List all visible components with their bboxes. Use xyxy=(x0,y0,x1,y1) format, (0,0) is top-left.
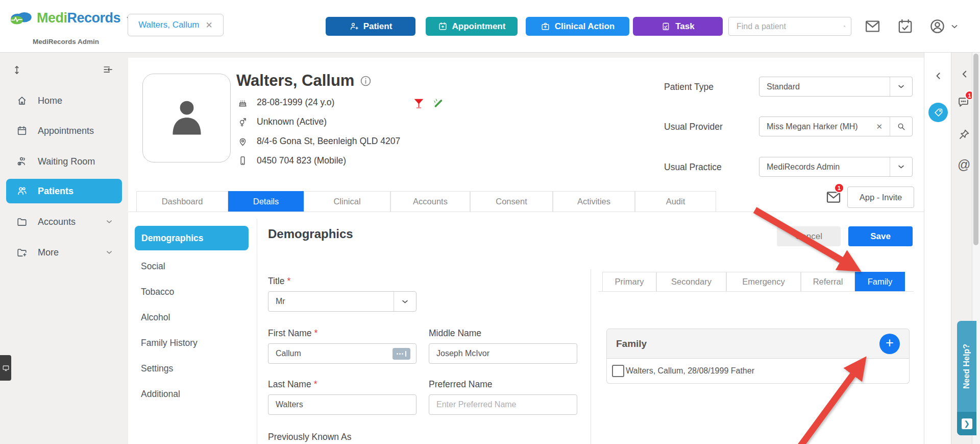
cancel-button[interactable]: Cancel xyxy=(777,226,841,246)
preferred-name-input[interactable] xyxy=(429,394,577,415)
clear-provider-icon[interactable]: ✕ xyxy=(869,122,890,131)
save-button[interactable]: Save xyxy=(848,226,913,246)
new-appointment-button[interactable]: Appointment xyxy=(426,17,518,36)
close-patient-tab-icon[interactable]: ✕ xyxy=(206,20,213,31)
subnav-social[interactable]: Social xyxy=(141,256,165,276)
chevron-down-icon xyxy=(105,248,114,257)
subnav-family-history[interactable]: Family History xyxy=(141,333,198,353)
tab-activities[interactable]: Activities xyxy=(553,191,635,212)
mail-badge: 1 xyxy=(834,183,844,193)
monitor-icon xyxy=(2,364,10,372)
tab-accounts[interactable]: Accounts xyxy=(390,191,470,212)
sidebar-item-accounts[interactable]: Accounts xyxy=(0,209,128,234)
need-help-button[interactable]: Need Help? ❯ xyxy=(957,321,976,435)
sidebar-item-waiting-room[interactable]: Waiting Room xyxy=(0,149,128,174)
account-chevron-down-icon[interactable] xyxy=(949,21,960,32)
preferred-name-label: Preferred Name xyxy=(429,379,493,390)
usual-provider-field[interactable]: Miss Megan Harker (MH) ✕ xyxy=(759,116,913,136)
chevron-down-icon xyxy=(896,82,906,91)
patient-name: Walters, Callum xyxy=(236,72,372,90)
tags-button[interactable] xyxy=(928,103,948,122)
subnav-tobacco[interactable]: Tobacco xyxy=(141,282,174,302)
subnav-demographics[interactable]: Demographics xyxy=(135,226,249,250)
cigarette-icon xyxy=(431,97,444,110)
family-member-checkbox[interactable] xyxy=(612,365,624,377)
brand-name: MediRecords xyxy=(37,10,120,26)
contact-tab-referral[interactable]: Referral xyxy=(801,272,855,292)
contact-tab-primary[interactable]: Primary xyxy=(602,272,656,292)
mentions-button[interactable]: @ xyxy=(958,157,970,172)
birthday-cake-icon xyxy=(237,97,248,108)
chevron-left-icon xyxy=(933,71,944,81)
left-sidebar: Home Appointments Waiting Room Patients … xyxy=(0,52,128,444)
patient-avatar[interactable] xyxy=(142,74,231,162)
person-silhouette-icon xyxy=(163,95,210,142)
chevron-down-icon xyxy=(400,297,410,307)
open-patient-tab[interactable]: Walters, Callum ✕ xyxy=(128,14,224,36)
cloud-logo-icon xyxy=(9,11,33,26)
subnav-additional[interactable]: Additional xyxy=(141,384,180,404)
screen-share-tab[interactable] xyxy=(0,355,11,381)
panel-expand-button[interactable] xyxy=(933,71,944,81)
last-name-input[interactable] xyxy=(268,394,416,415)
required-asterisk: * xyxy=(314,328,318,338)
pinned-items-button[interactable] xyxy=(958,128,970,141)
patient-phone-row: 0450 704 823 (Mobile) xyxy=(237,155,346,166)
sidebar-item-home[interactable]: Home xyxy=(0,88,128,113)
new-task-button[interactable]: Task xyxy=(633,17,723,36)
tab-dashboard[interactable]: Dashboard xyxy=(136,191,228,212)
new-patient-button[interactable]: Patient xyxy=(326,17,415,36)
rail-collapse-button[interactable] xyxy=(959,68,970,80)
search-icon xyxy=(896,122,906,131)
usual-practice-select[interactable]: MediRecords Admin xyxy=(759,157,913,177)
at-sign-icon: @ xyxy=(958,157,970,172)
tag-icon xyxy=(933,107,944,118)
person-plus-icon xyxy=(349,21,359,31)
top-header: MediRecords MediRecords Admin Walters, C… xyxy=(0,0,980,53)
brand-logo[interactable]: MediRecords xyxy=(9,10,135,26)
practice-name: MediRecords Admin xyxy=(33,38,99,45)
provider-search-button[interactable] xyxy=(890,117,912,136)
account-menu-button[interactable] xyxy=(929,18,946,35)
tab-details[interactable]: Details xyxy=(228,191,304,212)
calendar-button[interactable] xyxy=(897,18,914,35)
help-expand-footer[interactable]: ❯ xyxy=(957,412,976,435)
patient-address-row: 8/4-6 Gona St, Beenleigh QLD 4207 xyxy=(237,136,400,147)
patient-type-label: Patient Type xyxy=(664,82,714,92)
alcohol-indicator[interactable] xyxy=(412,97,425,110)
smoking-indicator[interactable] xyxy=(431,97,444,110)
patient-dob-row: 28-08-1999 (24 y.o) xyxy=(237,97,334,108)
tab-clinical[interactable]: Clinical xyxy=(304,191,390,212)
new-clinical-action-button[interactable]: Clinical Action xyxy=(526,17,629,36)
find-patient-search[interactable] xyxy=(728,17,851,36)
scrollbar-thumb[interactable] xyxy=(973,54,978,245)
family-member-row[interactable]: Walters, Callum, 28/08/1999 Father xyxy=(606,359,910,384)
subnav-divider xyxy=(257,219,257,444)
add-family-member-button[interactable]: + xyxy=(879,334,900,354)
contact-tab-emergency[interactable]: Emergency xyxy=(726,272,801,292)
title-select[interactable]: Mr xyxy=(268,291,416,312)
sidebar-item-appointments[interactable]: Appointments xyxy=(0,119,128,143)
sidebar-item-patients[interactable]: Patients xyxy=(6,179,122,203)
chevron-down-icon xyxy=(105,217,114,226)
messages-button[interactable] xyxy=(864,18,881,35)
name-options-button[interactable] xyxy=(393,348,410,360)
app-invite-button[interactable]: App - Invite xyxy=(847,186,914,208)
sidebar-collapse-button[interactable] xyxy=(102,64,113,76)
sidebar-item-more[interactable]: More xyxy=(0,240,128,265)
tab-audit[interactable]: Audit xyxy=(635,191,716,212)
required-asterisk: * xyxy=(287,276,290,286)
middle-name-input[interactable] xyxy=(429,343,577,364)
search-icon[interactable] xyxy=(843,21,846,31)
find-patient-input[interactable] xyxy=(736,21,843,32)
info-icon[interactable] xyxy=(359,75,372,87)
patient-gender-row: Unknown (Active) xyxy=(237,116,327,127)
contact-tab-secondary[interactable]: Secondary xyxy=(656,272,726,292)
subnav-alcohol[interactable]: Alcohol xyxy=(141,307,170,328)
patient-type-select[interactable]: Standard xyxy=(759,77,913,97)
location-pin-icon xyxy=(237,136,248,147)
sidebar-sort-button[interactable] xyxy=(11,64,22,76)
subnav-settings[interactable]: Settings xyxy=(141,358,173,379)
contact-tab-family[interactable]: Family xyxy=(855,272,905,292)
tab-consent[interactable]: Consent xyxy=(470,191,553,212)
